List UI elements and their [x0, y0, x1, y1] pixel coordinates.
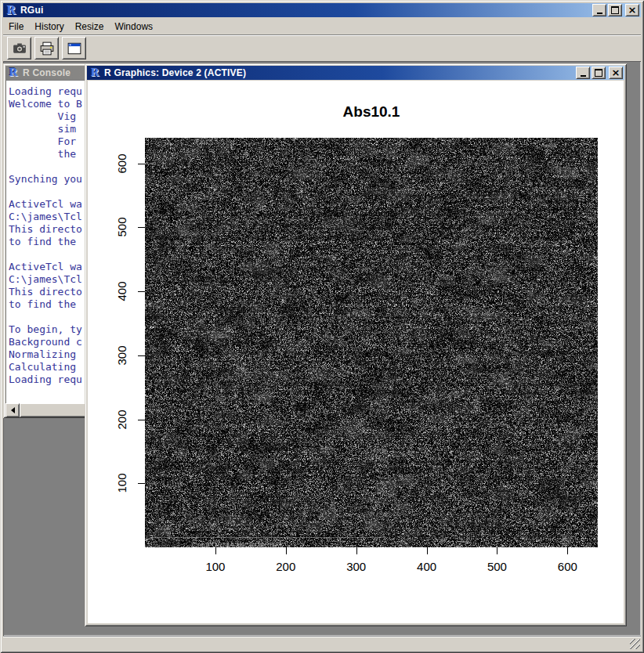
graphics-minimize-button[interactable]	[576, 67, 590, 79]
close-icon: ×	[612, 69, 620, 77]
window-icon	[67, 41, 81, 56]
menu-item[interactable]: History	[29, 20, 69, 34]
x-axis-label: 600	[558, 560, 577, 573]
x-axis-label: 500	[487, 560, 507, 573]
plot-client-area: Abs10.1 10020030040050060010020030040050…	[88, 81, 624, 623]
x-axis-label: 100	[205, 560, 225, 573]
plot-frame: 100200300400500600100200300400500600	[145, 138, 598, 547]
y-axis-tick	[138, 355, 145, 356]
x-axis-label: 400	[417, 560, 436, 573]
graphics-titlebar[interactable]: R R Graphics: Device 2 (ACTIVE) ×	[87, 66, 624, 80]
print-button[interactable]	[34, 37, 59, 60]
y-axis-tick	[138, 291, 145, 292]
minimize-icon	[581, 75, 586, 77]
menu-item[interactable]: Resize	[70, 20, 110, 34]
close-icon: ×	[628, 6, 637, 14]
titlebar[interactable]: R RGui ×	[3, 3, 641, 17]
x-axis-label: 200	[276, 560, 295, 573]
y-axis-label: 200	[115, 409, 128, 429]
maximize-button[interactable]	[608, 4, 622, 16]
printer-icon	[40, 41, 54, 56]
left-arrow-icon	[8, 407, 15, 413]
snapshot-button[interactable]	[7, 37, 31, 60]
x-axis-tick	[356, 547, 357, 554]
x-axis-tick	[427, 547, 428, 554]
camera-icon	[13, 41, 27, 56]
menu-item[interactable]: Windows	[109, 20, 158, 34]
graphics-maximize-button[interactable]	[592, 67, 606, 79]
rgui-window: R RGui × FileHistoryResizeWindows	[0, 0, 644, 653]
y-axis-label: 100	[115, 474, 128, 493]
toolbar	[3, 34, 641, 61]
console-window-button[interactable]	[62, 37, 86, 60]
x-axis-tick	[286, 547, 287, 554]
y-axis-tick	[138, 227, 145, 228]
y-axis-label: 400	[115, 282, 128, 301]
y-axis-label: 500	[115, 218, 128, 237]
maximize-icon	[595, 69, 602, 77]
y-axis-tick	[138, 164, 145, 164]
microarray-image	[145, 138, 598, 547]
x-axis-tick	[215, 547, 216, 554]
y-axis-tick	[138, 483, 145, 484]
x-axis-tick	[497, 547, 497, 554]
x-axis-tick	[567, 547, 568, 554]
resize-grip[interactable]	[630, 639, 640, 649]
minimize-icon	[597, 13, 602, 14]
window-title: RGui	[20, 5, 592, 16]
plot-title: Abs10.1	[145, 103, 598, 121]
graphics-title: R Graphics: Device 2 (ACTIVE)	[103, 67, 576, 78]
menubar: FileHistoryResizeWindows	[3, 19, 641, 34]
close-button[interactable]: ×	[625, 4, 639, 16]
r-logo-icon: R	[7, 67, 20, 79]
y-axis-tick	[138, 420, 145, 420]
minimize-button[interactable]	[592, 4, 606, 16]
maximize-icon	[611, 6, 619, 14]
r-logo-icon: R	[5, 4, 17, 16]
x-axis-label: 300	[346, 560, 366, 573]
y-axis-label: 300	[115, 345, 128, 365]
scroll-left-button[interactable]	[5, 403, 20, 417]
graphics-close-button[interactable]: ×	[609, 67, 623, 79]
r-logo-icon: R	[89, 67, 101, 79]
graphics-window: R R Graphics: Device 2 (ACTIVE) × Abs10.…	[85, 63, 627, 626]
statusbar	[3, 636, 641, 650]
mdi-area: R R Console Loading requWelcome to B Vig…	[3, 61, 641, 636]
menu-item[interactable]: File	[3, 20, 29, 34]
y-axis-label: 600	[115, 153, 128, 173]
